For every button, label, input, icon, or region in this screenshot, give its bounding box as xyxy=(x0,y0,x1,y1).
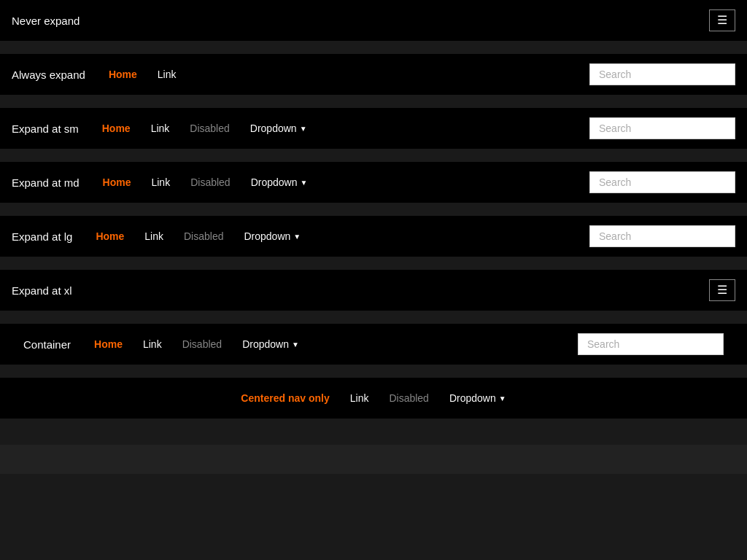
navbar-expand-xl: Expand at xl ☰ xyxy=(0,270,747,311)
nav-item-disabled-container: Disabled xyxy=(174,332,231,356)
brand-always-expand: Always expand xyxy=(12,69,85,81)
nav-centered: Centered nav only Link Disabled Dropdown… xyxy=(12,386,735,410)
dropdown-arrow-sm: ▼ xyxy=(300,125,307,133)
separator-3 xyxy=(0,149,747,162)
nav-item-link-always[interactable]: Link xyxy=(149,63,185,86)
nav-item-link-md[interactable]: Link xyxy=(142,171,179,194)
separator-1 xyxy=(0,41,747,54)
nav-item-disabled-md: Disabled xyxy=(182,171,239,194)
navbar-container: Container Home Link Disabled Dropdown ▼ xyxy=(0,324,747,365)
dropdown-label-container: Dropdown xyxy=(242,338,289,350)
separator-2 xyxy=(0,95,747,108)
dropdown-arrow-lg: ▼ xyxy=(293,233,301,241)
nav-item-dropdown-container[interactable]: Dropdown ▼ xyxy=(233,332,308,356)
nav-expand-lg: Home Link Disabled Dropdown ▼ xyxy=(87,225,589,248)
nav-item-dropdown-md[interactable]: Dropdown ▼ xyxy=(242,171,317,194)
nav-item-disabled-centered: Disabled xyxy=(380,386,437,410)
search-md xyxy=(589,171,735,193)
nav-item-link-lg[interactable]: Link xyxy=(136,225,172,248)
nav-item-disabled-sm: Disabled xyxy=(181,117,238,140)
brand-expand-md: Expand at md xyxy=(12,176,80,189)
dropdown-arrow-container: ▼ xyxy=(292,341,299,349)
nav-item-dropdown-centered[interactable]: Dropdown ▼ xyxy=(441,386,515,410)
nav-item-home-lg[interactable]: Home xyxy=(87,225,133,248)
dropdown-label-lg: Dropdown xyxy=(244,230,290,242)
brand-expand-sm: Expand at sm xyxy=(12,122,79,135)
navbar-always-expand: Always expand Home Link xyxy=(0,54,747,95)
search-input-sm[interactable] xyxy=(589,117,735,139)
separator-6 xyxy=(0,311,747,324)
dropdown-arrow-md: ▼ xyxy=(300,179,307,187)
separator-5 xyxy=(0,257,747,270)
nav-item-link-container[interactable]: Link xyxy=(134,332,171,356)
separator-7 xyxy=(0,365,747,378)
navbar-centered: Centered nav only Link Disabled Dropdown… xyxy=(0,378,747,419)
nav-item-home-md[interactable]: Home xyxy=(94,171,140,194)
nav-container: Home Link Disabled Dropdown ▼ xyxy=(85,332,578,356)
nav-item-link-sm[interactable]: Link xyxy=(142,117,179,140)
search-sm xyxy=(589,117,735,139)
toggler-expand-xl[interactable]: ☰ xyxy=(709,279,735,301)
dropdown-arrow-centered: ▼ xyxy=(499,394,506,402)
dropdown-label-centered: Dropdown xyxy=(449,392,496,404)
brand-container: Container xyxy=(23,338,71,351)
search-lg xyxy=(589,225,735,247)
separator-8 xyxy=(0,419,747,432)
nav-item-home-sm[interactable]: Home xyxy=(93,117,139,140)
search-input-always[interactable] xyxy=(589,63,735,85)
navbar-never-expand: Never expand ☰ xyxy=(0,0,747,41)
nav-item-dropdown-lg[interactable]: Dropdown ▼ xyxy=(235,225,309,248)
search-input-lg[interactable] xyxy=(589,225,735,247)
brand-expand-xl: Expand at xl xyxy=(12,284,72,297)
nav-item-home-always[interactable]: Home xyxy=(100,63,146,86)
nav-expand-md: Home Link Disabled Dropdown ▼ xyxy=(94,171,589,194)
navbar-expand-sm: Expand at sm Home Link Disabled Dropdown… xyxy=(0,108,747,149)
search-container xyxy=(578,333,724,355)
search-always xyxy=(589,63,735,85)
separator-4 xyxy=(0,203,747,216)
brand-never-expand: Never expand xyxy=(12,15,80,27)
nav-item-disabled-lg: Disabled xyxy=(175,225,232,248)
nav-item-home-container[interactable]: Home xyxy=(85,332,131,356)
search-input-md[interactable] xyxy=(589,171,735,193)
nav-item-link-centered[interactable]: Link xyxy=(341,386,378,410)
nav-always-expand: Home Link xyxy=(100,63,589,86)
toggler-never-expand[interactable]: ☰ xyxy=(709,9,735,31)
nav-expand-sm: Home Link Disabled Dropdown ▼ xyxy=(93,117,589,140)
container-wrapper: Container Home Link Disabled Dropdown ▼ xyxy=(23,332,724,356)
navbar-expand-lg: Expand at lg Home Link Disabled Dropdown… xyxy=(0,216,747,257)
brand-expand-lg: Expand at lg xyxy=(12,230,72,243)
dropdown-label-sm: Dropdown xyxy=(250,122,297,134)
bottom-bar xyxy=(0,445,747,474)
navbar-expand-md: Expand at md Home Link Disabled Dropdown… xyxy=(0,162,747,203)
search-input-container[interactable] xyxy=(578,333,724,355)
nav-item-dropdown-sm[interactable]: Dropdown ▼ xyxy=(241,117,316,140)
dropdown-label-md: Dropdown xyxy=(251,176,298,188)
nav-item-brand-centered[interactable]: Centered nav only xyxy=(232,386,338,410)
